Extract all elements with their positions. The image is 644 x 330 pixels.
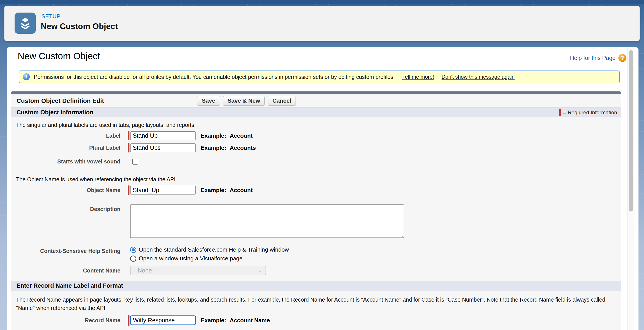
permissions-notice: i Permissions for this object are disabl… xyxy=(19,70,620,83)
required-bar xyxy=(128,131,130,140)
help-for-this-page: Help for this Page ? xyxy=(570,54,626,62)
vowel-sound-checkbox[interactable] xyxy=(132,159,138,165)
vowel-sound-row: Starts with vowel sound xyxy=(11,157,620,166)
record-name-input[interactable] xyxy=(130,316,196,325)
help-setting-row: Context-Sensitive Help Setting Open the … xyxy=(11,246,620,262)
browser-top-strip xyxy=(0,0,644,4)
object-name-helper-text: The Object Name is used when referencing… xyxy=(16,176,620,183)
radio-selected-icon[interactable] xyxy=(130,247,136,253)
setup-header-card: SETUP New Custom Object xyxy=(4,6,640,41)
plural-label-row: Plural Label Example:Accounts xyxy=(11,143,620,153)
custom-object-definition-card: Custom Object Definition Edit Save Save … xyxy=(11,91,621,330)
section-custom-object-information: Custom Object Information = Required Inf… xyxy=(11,108,621,117)
section-title: Enter Record Name Label and Format xyxy=(16,282,123,289)
label-field-label: Label xyxy=(11,132,120,139)
help-setting-options: Open the standard Salesforce.com Help & … xyxy=(130,246,289,262)
content-name-label: Content Name xyxy=(11,267,120,274)
object-name-field-label: Object Name xyxy=(11,187,120,193)
plural-label-input[interactable] xyxy=(130,144,196,152)
content-name-select: --None-- ⌄ xyxy=(130,266,266,275)
section-title: Custom Object Information xyxy=(16,109,93,116)
scrollbar-thumb[interactable] xyxy=(629,50,633,211)
setup-card-title: New Custom Object xyxy=(41,22,118,31)
record-name-row: Record Name Example:Account Name xyxy=(11,315,620,326)
help-for-this-page-link[interactable]: Help for this Page xyxy=(570,55,616,61)
required-red-bar-icon xyxy=(559,109,561,116)
help-setting-option-standard[interactable]: Open the standard Salesforce.com Help & … xyxy=(130,246,289,253)
help-question-icon[interactable]: ? xyxy=(618,54,626,62)
record-name-field-label: Record Name xyxy=(11,317,120,324)
save-button[interactable]: Save xyxy=(197,96,220,106)
object-name-input[interactable] xyxy=(130,186,196,194)
main-content-panel: New Custom Object Help for this Page ? i… xyxy=(6,47,638,330)
info-icon: i xyxy=(23,73,30,80)
content-name-row: Content Name --None-- ⌄ xyxy=(11,266,620,275)
cancel-button[interactable]: Cancel xyxy=(268,96,296,106)
card-top-strip xyxy=(11,91,621,94)
description-textarea[interactable] xyxy=(130,204,404,238)
label-example: Example:Account xyxy=(201,132,253,139)
editor-buttons: Save Save & New Cancel xyxy=(197,96,296,106)
radio-unselected-icon[interactable] xyxy=(130,256,136,262)
required-bar xyxy=(128,315,130,326)
required-legend: = Required Information xyxy=(559,109,617,116)
labels-helper-text: The singular and plural labels are used … xyxy=(16,122,620,128)
description-row: Description xyxy=(11,204,620,238)
tell-me-more-link[interactable]: Tell me more! xyxy=(402,74,434,80)
label-row: Label Example:Account xyxy=(11,131,620,140)
required-bar xyxy=(128,143,130,153)
record-name-helper-text: The Record Name appears in page layouts,… xyxy=(16,296,608,312)
required-bar xyxy=(128,185,130,195)
custom-object-icon xyxy=(14,12,36,34)
label-input[interactable] xyxy=(130,131,196,140)
object-name-row: Object Name Example:Account xyxy=(11,185,620,195)
required-legend-text: = Required Information xyxy=(563,110,617,116)
setup-eyebrow: SETUP xyxy=(42,13,60,20)
dont-show-again-link[interactable]: Don't show this message again xyxy=(442,74,514,80)
description-field-label: Description xyxy=(11,204,120,212)
help-setting-label: Context-Sensitive Help Setting xyxy=(11,246,120,254)
custom-object-information-body: The singular and plural labels are used … xyxy=(11,117,621,281)
record-name-body: The Record Name appears in page layouts,… xyxy=(11,291,621,330)
editor-title: Custom Object Definition Edit xyxy=(16,97,104,104)
save-and-new-button[interactable]: Save & New xyxy=(223,96,265,106)
vowel-sound-label: Starts with vowel sound xyxy=(11,158,120,165)
plural-label-field-label: Plural Label xyxy=(11,145,120,151)
notice-text: Permissions for this object are disabled… xyxy=(34,74,395,80)
help-setting-option-visualforce[interactable]: Open a window using a Visualforce page xyxy=(130,255,289,262)
page-title: New Custom Object xyxy=(18,51,100,61)
section-record-name: Enter Record Name Label and Format xyxy=(11,281,621,291)
vertical-scrollbar[interactable] xyxy=(628,48,634,330)
record-name-example: Example:Account Name xyxy=(201,317,270,324)
editor-action-row: Custom Object Definition Edit Save Save … xyxy=(11,94,621,108)
chevron-down-icon: ⌄ xyxy=(258,267,262,274)
plural-label-example: Example:Accounts xyxy=(201,145,256,151)
object-name-example: Example:Account xyxy=(201,187,253,194)
